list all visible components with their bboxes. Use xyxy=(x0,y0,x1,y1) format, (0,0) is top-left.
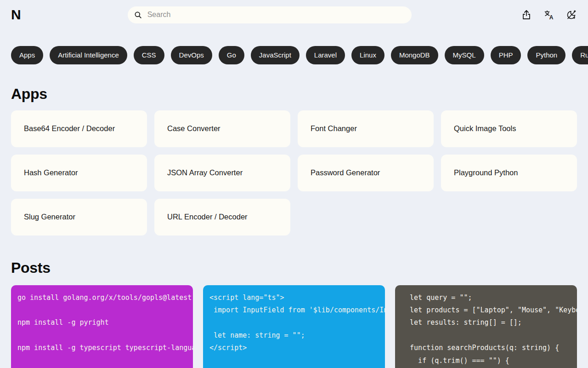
app-card-label: Slug Generator xyxy=(24,213,75,221)
category-pill-mysql[interactable]: MySQL xyxy=(445,46,484,64)
post-code-block-install-commands[interactable]: go install golang.org/x/tools/gopls@late… xyxy=(11,285,193,368)
apps-grid: Base64 Encoder / Decoder Case Converter … xyxy=(11,110,577,236)
category-pill-css[interactable]: CSS xyxy=(134,46,164,64)
app-card-label: Password Generator xyxy=(311,168,380,177)
search-bar[interactable] xyxy=(128,6,412,23)
share-button[interactable] xyxy=(521,9,532,20)
section-title-posts: Posts xyxy=(11,259,577,276)
app-card-label: Base64 Encoder / Decoder xyxy=(24,124,115,133)
category-pill-linux[interactable]: Linux xyxy=(351,46,384,64)
post-code-block-search-products[interactable]: let query = ""; let products = ["Laptop"… xyxy=(395,285,577,368)
post-code-block-svelte-script[interactable]: <script lang="ts"> import InputField fro… xyxy=(203,285,385,368)
category-pill-php[interactable]: PHP xyxy=(491,46,521,64)
category-pill-devops[interactable]: DevOps xyxy=(171,46,212,64)
app-card-json-array-converter[interactable]: JSON Array Converter xyxy=(154,155,290,191)
app-card-label: Playground Python xyxy=(454,168,518,177)
app-card-password-generator[interactable]: Password Generator xyxy=(298,155,434,191)
app-card-hash-generator[interactable]: Hash Generator xyxy=(11,155,147,191)
app-card-url-encoder-decoder[interactable]: URL Encoder / Decoder xyxy=(154,199,290,236)
topbar: N A xyxy=(0,0,588,29)
app-card-slug-generator[interactable]: Slug Generator xyxy=(11,199,147,236)
app-card-font-changer[interactable]: Font Changer xyxy=(298,110,434,147)
posts-grid: go install golang.org/x/tools/gopls@late… xyxy=(11,285,577,368)
logo[interactable]: N xyxy=(11,8,21,22)
category-pill-apps[interactable]: Apps xyxy=(11,46,43,64)
category-pill-python[interactable]: Python xyxy=(527,46,565,64)
translate-button[interactable]: A xyxy=(543,9,554,20)
app-card-label: Quick Image Tools xyxy=(454,124,516,133)
category-pill-go[interactable]: Go xyxy=(219,46,244,64)
theme-toggle-icon xyxy=(566,9,577,20)
app-card-label: Font Changer xyxy=(311,124,357,133)
app-card-label: URL Encoder / Decoder xyxy=(167,213,248,221)
translate-icon: A xyxy=(543,9,554,20)
app-card-quick-image-tools[interactable]: Quick Image Tools xyxy=(441,110,577,147)
share-icon xyxy=(521,9,532,20)
category-pill-mongodb[interactable]: MongoDB xyxy=(391,46,438,64)
category-pill-rust[interactable]: Rust xyxy=(572,46,588,64)
theme-toggle-button[interactable] xyxy=(566,9,577,20)
section-title-apps: Apps xyxy=(11,86,577,103)
app-card-label: Hash Generator xyxy=(24,168,78,177)
category-filters: Apps Artificial Intelligence CSS DevOps … xyxy=(0,46,588,64)
search-icon xyxy=(134,11,142,19)
category-pill-laravel[interactable]: Laravel xyxy=(306,46,345,64)
topbar-actions: A xyxy=(521,9,577,20)
category-pill-javascript[interactable]: JavaScript xyxy=(251,46,300,64)
category-pill-artificial-intelligence[interactable]: Artificial Intelligence xyxy=(50,46,127,64)
app-card-base64-encoder-decoder[interactable]: Base64 Encoder / Decoder xyxy=(11,110,147,147)
app-card-label: Case Converter xyxy=(167,124,220,133)
app-card-case-converter[interactable]: Case Converter xyxy=(154,110,290,147)
search-input[interactable] xyxy=(147,10,406,19)
app-card-label: JSON Array Converter xyxy=(167,168,243,177)
app-card-playground-python[interactable]: Playground Python xyxy=(441,155,577,191)
svg-text:A: A xyxy=(549,14,554,21)
main-content: Apps Base64 Encoder / Decoder Case Conve… xyxy=(0,86,588,368)
